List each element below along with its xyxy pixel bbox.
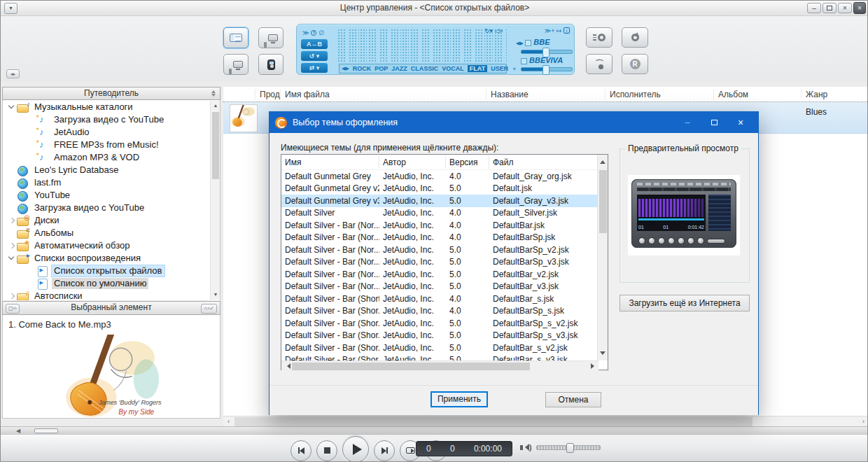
eq-preset[interactable]: VOCAL: [442, 65, 464, 72]
close-button[interactable]: ×: [838, 3, 852, 13]
display-mode-button[interactable]: ◻‹›: [6, 304, 20, 314]
apply-button[interactable]: Применить: [430, 391, 488, 407]
scroll-right-icon[interactable]: [591, 363, 597, 369]
transfer-icon[interactable]: ↦: [556, 27, 562, 34]
tree-chevron-icon[interactable]: [27, 153, 36, 162]
bbe-viva-checkbox[interactable]: [521, 58, 527, 64]
tree-chevron-icon[interactable]: [7, 291, 17, 300]
tree-chevron-icon[interactable]: [27, 140, 36, 150]
scroll-up-icon[interactable]: [600, 158, 606, 164]
portable-device-button[interactable]: [258, 54, 284, 75]
eq-preset[interactable]: FLAT: [468, 65, 487, 72]
themes-column-header[interactable]: Автор: [379, 156, 446, 169]
tree-chevron-icon[interactable]: [7, 165, 17, 175]
theme-row[interactable]: Default Silver - Bar (Shor... JetAudio, …: [281, 354, 598, 361]
skin-window-button-1[interactable]: [258, 27, 284, 48]
tree-scrollbar[interactable]: ▲ ▼: [210, 101, 220, 300]
playlist-column-header[interactable]: Жанр: [802, 89, 868, 100]
bbe-slider[interactable]: [521, 50, 573, 54]
theme-row[interactable]: Default Gunmetal Grey v3 JetAudio, Inc. …: [281, 195, 598, 207]
info-icon[interactable]: i: [564, 27, 570, 34]
theme-row[interactable]: Default Silver - Bar (Shor... JetAudio, …: [281, 305, 598, 318]
rotate-icon[interactable]: ↻▾: [484, 27, 493, 34]
tree-chevron-icon[interactable]: [27, 279, 36, 288]
window-scrollbar-thumb[interactable]: [34, 428, 58, 433]
next-button[interactable]: [374, 440, 395, 461]
tree-item[interactable]: Amazon MP3 & VOD: [3, 151, 220, 164]
playlist-column-header[interactable]: Исполнитель: [606, 89, 714, 100]
playlist-column-header[interactable]: Имя файла: [281, 89, 486, 100]
speaker-small-icon[interactable]: ◁»: [495, 27, 503, 34]
tree-chevron-icon[interactable]: [7, 178, 17, 188]
plus-icon[interactable]: ≫+: [545, 27, 555, 34]
playlist-scrollbar-thumb[interactable]: [234, 417, 752, 426]
playlist-horizontal-scrollbar[interactable]: ‹ ›: [223, 416, 868, 426]
volume-slider-thumb[interactable]: [566, 443, 574, 453]
bbe-arrows-icon[interactable]: ◀▶: [516, 41, 524, 46]
column-art[interactable]: [223, 89, 255, 100]
exit-button[interactable]: ×: [853, 2, 866, 14]
tree-chevron-icon[interactable]: [7, 102, 17, 112]
tree-item[interactable]: Альбомы: [3, 227, 220, 239]
tree-item[interactable]: YouTube: [3, 189, 220, 202]
tree-item[interactable]: FREE MP3s from eMusic!: [3, 139, 220, 151]
themes-column-header[interactable]: Файл: [489, 156, 598, 169]
theme-row[interactable]: Default Silver - Bar (Nor... JetAudio, I…: [281, 281, 598, 293]
window-horizontal-scrollbar[interactable]: ◀: [1, 426, 868, 434]
tree-chevron-icon[interactable]: [27, 127, 36, 137]
sort-icon[interactable]: [211, 90, 216, 97]
download-more-button[interactable]: Загрузить ещё из Интернета: [620, 295, 750, 312]
eq-preset[interactable]: CLASSIC: [411, 65, 439, 72]
previous-button[interactable]: [290, 440, 312, 461]
tree-chevron-icon[interactable]: [7, 241, 17, 251]
tree-item[interactable]: Музыкальные каталоги: [3, 101, 220, 113]
tree-item[interactable]: Список по умолчанию: [3, 277, 220, 290]
themes-hscroll-thumb[interactable]: [292, 363, 530, 370]
lyrics-toggle-button[interactable]: ∩‹✓: [201, 304, 217, 314]
tree-chevron-icon[interactable]: [7, 216, 17, 225]
themes-column-header[interactable]: Версия: [446, 156, 489, 169]
minimize-button[interactable]: –: [807, 3, 821, 13]
control-center-view-button[interactable]: [223, 27, 248, 48]
scroll-down-icon[interactable]: [600, 351, 606, 358]
theme-row[interactable]: Default Gunmetal Grey v2 JetAudio, Inc. …: [281, 183, 598, 195]
fast-forward-icon[interactable]: ≫: [302, 29, 309, 36]
scroll-up-icon[interactable]: ▲: [211, 101, 220, 111]
playlist-column-header[interactable]: Название: [486, 89, 606, 100]
repeat-mode-button[interactable]: ↺ ▾: [301, 51, 328, 61]
theme-row[interactable]: Default Silver - Bar (Shor... JetAudio, …: [281, 317, 598, 330]
maximize-button[interactable]: [822, 3, 836, 13]
ab-repeat-button[interactable]: A↔B: [301, 39, 328, 49]
tree-item[interactable]: Диски: [3, 214, 220, 227]
eq-preset[interactable]: ROCK: [353, 65, 372, 72]
playlist-column-header[interactable]: Альбом: [714, 89, 802, 100]
tree-scrollbar-thumb[interactable]: [212, 112, 219, 179]
navigator-header[interactable]: Путеводитель: [2, 87, 220, 100]
themes-column-header[interactable]: Имя: [281, 156, 379, 169]
tree-item[interactable]: Список открытых файлов: [3, 265, 220, 277]
timer-icon[interactable]: [311, 30, 316, 36]
preset-scroll-icon[interactable]: ◀▶: [342, 66, 349, 71]
dialog-title-bar[interactable]: Выбор темы оформления – ×: [270, 112, 758, 133]
tree-chevron-icon[interactable]: [7, 228, 17, 238]
tree-item[interactable]: JetAudio: [3, 126, 220, 139]
mute-icon[interactable]: ∅: [318, 29, 324, 36]
scroll-left-icon[interactable]: ‹: [223, 416, 234, 427]
cancel-button[interactable]: Отмена: [545, 392, 601, 407]
tree-item[interactable]: Загрузка видео с YouTube: [3, 202, 220, 214]
volume-slider[interactable]: [536, 445, 601, 450]
tree-chevron-icon[interactable]: [27, 266, 36, 276]
playlist-column-header[interactable]: Продо...: [255, 89, 281, 100]
scroll-down-icon[interactable]: ▼: [211, 290, 220, 300]
collapse-sidebar-button[interactable]: ◂▸: [6, 69, 20, 78]
scroll-right-icon[interactable]: ›: [858, 416, 868, 427]
theme-row[interactable]: Default Gunmetal Grey JetAudio, Inc. 4.0…: [281, 170, 598, 183]
tree-item[interactable]: Загрузка видео с YouTube: [3, 113, 220, 126]
scroll-left-icon[interactable]: [284, 363, 290, 369]
play-button[interactable]: [342, 436, 369, 462]
bbe-viva-slider[interactable]: [521, 67, 573, 71]
theme-row[interactable]: Default Silver - Bar (Nor... JetAudio, I…: [281, 244, 598, 256]
sound-effects-button[interactable]: [586, 27, 612, 48]
theme-row[interactable]: Default Silver - Bar (Nor... JetAudio, I…: [281, 256, 598, 269]
stop-button[interactable]: [316, 440, 337, 461]
